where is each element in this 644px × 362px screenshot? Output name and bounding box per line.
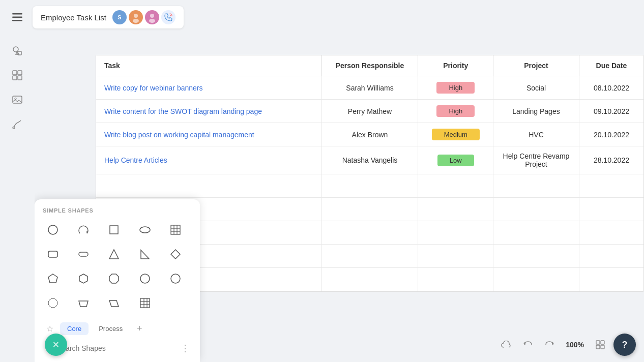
menu-button[interactable] — [8, 8, 26, 26]
topbar: Employee Task List S — [0, 0, 644, 35]
call-icon[interactable] — [161, 10, 175, 24]
svg-point-5 — [150, 14, 154, 18]
svg-rect-10 — [13, 71, 17, 75]
svg-marker-37 — [109, 300, 119, 307]
svg-marker-27 — [109, 250, 119, 259]
svg-marker-31 — [79, 274, 87, 283]
shape-stadium[interactable] — [73, 244, 94, 264]
shape-arc[interactable] — [73, 220, 94, 240]
col-duedate: Due Date — [579, 55, 643, 76]
cell-priority: High — [418, 76, 493, 100]
shapes-tabs: ☆ Core Process + — [43, 321, 192, 336]
avatar-2 — [129, 10, 143, 24]
cloud-icon[interactable] — [499, 337, 515, 353]
shape-trapezoid[interactable] — [73, 293, 94, 313]
svg-rect-1 — [12, 17, 22, 18]
cell-priority: Low — [418, 146, 493, 174]
avatars-group: S — [112, 10, 175, 24]
avatar-1: S — [112, 10, 127, 24]
cell-person: Perry Mathew — [321, 100, 418, 123]
cell-priority: High — [418, 100, 493, 123]
svg-point-15 — [15, 98, 16, 100]
search-more-button[interactable]: ⋮ — [181, 343, 190, 354]
svg-point-19 — [140, 227, 150, 233]
cell-duedate: 09.10.2022 — [579, 100, 643, 123]
help-button[interactable]: ? — [613, 334, 636, 356]
svg-rect-49 — [596, 345, 600, 349]
svg-rect-11 — [18, 71, 22, 75]
cell-duedate: 20.10.2022 — [579, 123, 643, 146]
svg-rect-25 — [48, 251, 57, 257]
svg-rect-13 — [18, 76, 22, 80]
svg-point-6 — [149, 19, 155, 23]
svg-rect-50 — [601, 345, 604, 349]
col-person: Person Responsible — [321, 55, 418, 76]
svg-point-17 — [48, 225, 57, 234]
cell-task: Write content for the SWOT diagram landi… — [96, 100, 321, 123]
svg-rect-48 — [601, 341, 604, 344]
svg-point-33 — [140, 274, 150, 283]
svg-rect-38 — [140, 298, 150, 308]
tab-core[interactable]: Core — [60, 322, 89, 335]
zoom-level: 100% — [563, 340, 587, 350]
svg-rect-2 — [12, 20, 22, 21]
svg-point-34 — [171, 274, 180, 283]
table-row: Write content for the SWOT diagram landi… — [96, 100, 643, 123]
cell-person: Sarah Williams — [321, 76, 418, 100]
draw-tool-button[interactable] — [7, 114, 27, 134]
svg-marker-28 — [141, 250, 149, 259]
shape-hexagon[interactable] — [73, 268, 94, 289]
shapes-section-label: SIMPLE SHAPES — [43, 207, 192, 214]
cell-duedate: 08.10.2022 — [579, 76, 643, 100]
grid-tool-button[interactable] — [7, 65, 27, 85]
col-task: Task — [96, 55, 321, 76]
svg-point-4 — [133, 19, 139, 23]
shape-circle-3[interactable] — [165, 268, 186, 289]
left-sidebar — [0, 35, 35, 362]
svg-marker-36 — [79, 301, 88, 307]
search-shapes-input[interactable] — [57, 344, 177, 352]
add-tab-button[interactable]: + — [133, 322, 146, 335]
fab-close-button[interactable]: × — [45, 334, 67, 356]
col-priority: Priority — [418, 55, 493, 76]
shape-pentagon[interactable] — [43, 268, 63, 289]
svg-rect-26 — [79, 252, 88, 256]
shape-ellipse[interactable] — [135, 220, 155, 240]
shape-parallelogram[interactable] — [104, 293, 124, 313]
shape-table-grid[interactable] — [165, 220, 186, 240]
image-tool-button[interactable] — [7, 89, 27, 110]
shapes-grid — [43, 220, 192, 313]
shape-rounded-rect[interactable] — [43, 244, 63, 264]
cell-duedate: 28.10.2022 — [579, 146, 643, 174]
grid-view-icon[interactable] — [592, 337, 608, 353]
shape-circle-2[interactable] — [135, 268, 155, 289]
shape-table-2[interactable] — [135, 293, 155, 313]
col-project: Project — [493, 55, 579, 76]
shape-square[interactable] — [104, 220, 124, 240]
svg-marker-32 — [109, 274, 119, 283]
shapes-tool-button[interactable] — [7, 41, 27, 61]
document-title: Employee Task List — [41, 13, 106, 22]
shape-triangle[interactable] — [104, 244, 124, 264]
svg-rect-20 — [171, 225, 180, 234]
undo-icon[interactable] — [520, 337, 536, 353]
svg-rect-18 — [110, 226, 118, 234]
svg-rect-14 — [13, 96, 22, 103]
svg-marker-30 — [48, 274, 57, 283]
table-row: Write blog post on working capital manag… — [96, 123, 643, 146]
tab-process[interactable]: Process — [92, 322, 130, 335]
shape-right-triangle[interactable] — [135, 244, 155, 264]
shape-diamond[interactable] — [165, 244, 186, 264]
shape-octagon[interactable] — [104, 268, 124, 289]
shape-circle[interactable] — [43, 220, 63, 240]
redo-icon[interactable] — [541, 337, 558, 353]
table-row: Write copy for webinar banners Sarah Wil… — [96, 76, 643, 100]
svg-point-3 — [134, 14, 138, 18]
svg-rect-0 — [12, 13, 22, 15]
cell-priority: Medium — [418, 123, 493, 146]
svg-point-35 — [48, 298, 57, 308]
shape-circle-thin[interactable] — [43, 293, 63, 313]
canvas-area: Task Person Responsible Priority Project… — [35, 35, 644, 362]
cell-person: Natasha Vangelis — [321, 146, 418, 174]
cell-project: Landing Pages — [493, 100, 579, 123]
